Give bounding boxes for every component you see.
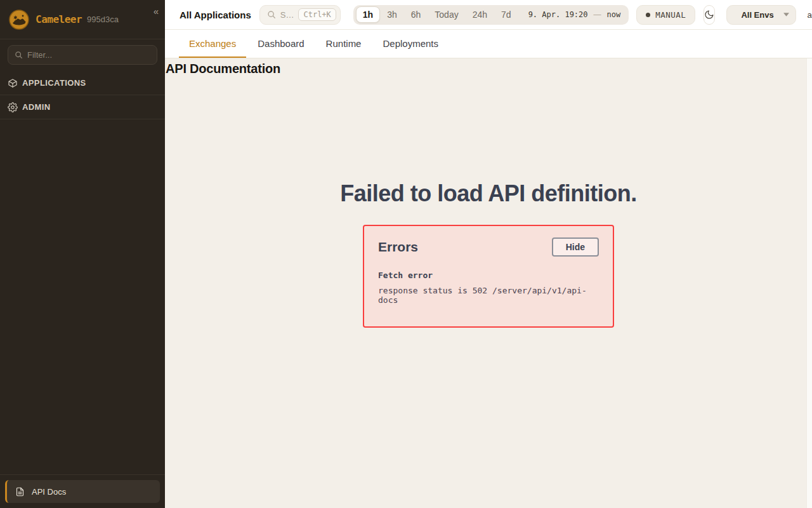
environment-select[interactable]: All Envs xyxy=(726,5,796,25)
search-icon xyxy=(267,10,276,19)
sidebar-item-api-docs[interactable]: API Docs xyxy=(5,480,160,503)
time-from-value[interactable]: 9. Apr. 19:20 xyxy=(528,10,588,19)
sidebar-item-label: APPLICATIONS xyxy=(22,78,86,88)
user-menu-label[interactable]: adm xyxy=(807,10,812,20)
search-placeholder: S… xyxy=(280,10,294,20)
tab-deployments[interactable]: Deployments xyxy=(372,30,449,58)
sidebar-item-applications[interactable]: APPLICATIONS xyxy=(0,71,165,95)
global-search-button[interactable]: S… Ctrl+K xyxy=(259,5,341,25)
tab-dashboard[interactable]: Dashboard xyxy=(247,30,314,58)
document-icon xyxy=(15,486,25,497)
gear-icon xyxy=(8,102,18,112)
hide-errors-button[interactable]: Hide xyxy=(552,237,599,257)
time-range-3h[interactable]: 3h xyxy=(380,7,404,22)
sidebar-item-admin[interactable]: ADMIN xyxy=(0,95,165,119)
tab-runtime[interactable]: Runtime xyxy=(316,30,372,58)
refresh-mode-label: MANUAL xyxy=(655,10,686,20)
page-content: API Documentation Failed to load API def… xyxy=(165,58,812,508)
error-message: response status is 502 /server/api/v1/ap… xyxy=(378,286,599,305)
sidebar: Cameleer 995d3ca « APPLICATIONS xyxy=(0,0,165,508)
main-area: All Applications S… Ctrl+K 1h 3h 6h Toda… xyxy=(165,0,812,508)
refresh-mode-button[interactable]: MANUAL xyxy=(636,5,695,25)
scope-label: All Applications xyxy=(180,10,251,20)
moon-icon xyxy=(704,10,714,20)
search-icon xyxy=(15,51,23,59)
scrollbar-track[interactable] xyxy=(806,58,812,508)
error-name: Fetch error xyxy=(378,271,599,280)
filter-input[interactable] xyxy=(27,50,150,60)
sidebar-header: Cameleer 995d3ca « xyxy=(0,0,165,39)
chevron-down-icon xyxy=(783,13,789,17)
environment-selected-value: All Envs xyxy=(741,10,773,20)
camel-logo-icon xyxy=(9,10,29,30)
theme-toggle-button[interactable] xyxy=(704,5,715,25)
status-dot-icon xyxy=(646,13,650,17)
tab-exchanges[interactable]: Exchanges xyxy=(179,30,246,58)
collapse-sidebar-button[interactable]: « xyxy=(154,6,159,16)
errors-panel-title: Errors xyxy=(378,239,418,255)
time-range-24h[interactable]: 24h xyxy=(466,7,494,22)
tabbar: Exchanges Dashboard Runtime Deployments xyxy=(165,30,812,58)
sidebar-footer: API Docs xyxy=(0,474,165,508)
time-range-6h[interactable]: 6h xyxy=(404,7,428,22)
time-separator: — xyxy=(594,10,601,19)
brand-name: Cameleer xyxy=(36,13,82,25)
brand-version: 995d3ca xyxy=(87,15,119,24)
time-range-group: 1h 3h 6h Today 24h 7d 9. Apr. 19:20 — no… xyxy=(353,5,629,25)
topbar: All Applications S… Ctrl+K 1h 3h 6h Toda… xyxy=(165,0,812,30)
chevrons-left-icon: « xyxy=(154,6,159,17)
page-title: API Documentation xyxy=(165,58,812,76)
errors-panel-header: Errors Hide xyxy=(378,237,599,257)
sidebar-item-label: API Docs xyxy=(32,487,66,497)
time-range-7d[interactable]: 7d xyxy=(494,7,518,22)
time-to-value[interactable]: now xyxy=(607,10,621,19)
time-range-1h[interactable]: 1h xyxy=(356,6,380,23)
error-headline: Failed to load API definition. xyxy=(165,180,812,207)
errors-panel: Errors Hide Fetch error response status … xyxy=(363,225,614,328)
time-range-today[interactable]: Today xyxy=(428,7,465,22)
cube-icon xyxy=(8,78,18,88)
sidebar-item-label: ADMIN xyxy=(22,102,51,112)
keyboard-shortcut-badge: Ctrl+K xyxy=(298,8,336,21)
sidebar-filter xyxy=(8,45,157,65)
